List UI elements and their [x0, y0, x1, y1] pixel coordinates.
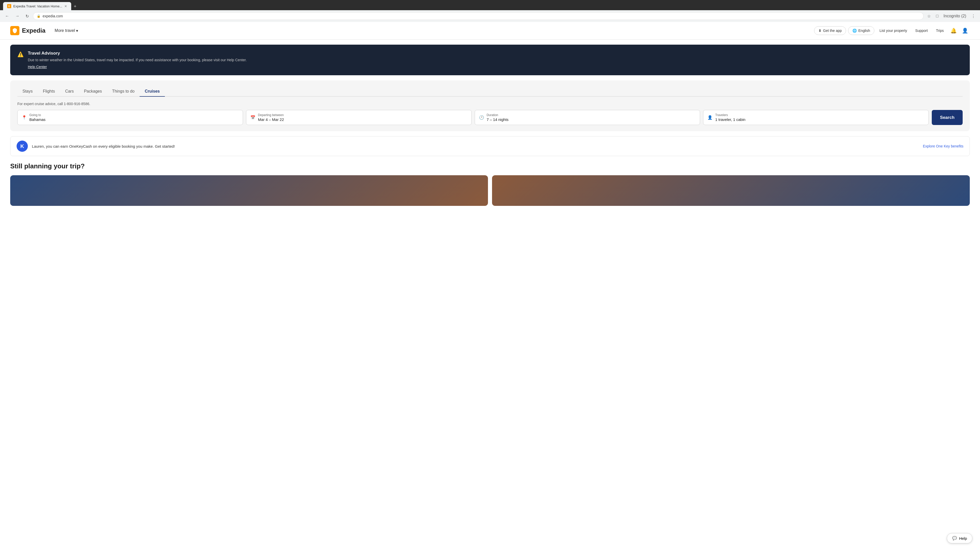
menu-button[interactable]: ⋮ — [970, 13, 977, 20]
travelers-value: 1 traveler, 1 cabin — [715, 118, 924, 122]
page-content: Expedia More travel ▾ ⬇ Get the app 🌐 En… — [0, 22, 980, 206]
list-property-button[interactable]: List your property — [877, 27, 910, 35]
travel-advisory-banner: ⚠️ Travel Advisory Due to winter weather… — [10, 44, 970, 75]
departing-label: Departing between — [258, 113, 467, 117]
get-app-label: Get the app — [823, 29, 842, 33]
browser-toolbar: ← → ↻ 🔒 expedia.com ☆ □ Incognito (2) ⋮ — [0, 10, 980, 22]
destination-card-1[interactable] — [10, 175, 488, 206]
more-travel-label: More travel — [55, 28, 75, 33]
duration-value: 7 – 14 nights — [487, 118, 696, 122]
tab-title: Expedia Travel: Vacation Home... — [13, 4, 62, 8]
location-pin-icon: 📍 — [22, 115, 27, 120]
toolbar-actions: ☆ □ Incognito (2) ⋮ — [926, 13, 977, 20]
person-icon: 👤 — [708, 115, 713, 120]
warning-icon: ⚠️ — [18, 51, 24, 57]
address-bar[interactable]: 🔒 expedia.com — [33, 12, 924, 20]
still-planning-title: Still planning your trip? — [10, 162, 970, 170]
incognito-button[interactable]: Incognito (2) — [942, 13, 968, 19]
tab-cruises[interactable]: Cruises — [140, 86, 165, 96]
advisory-text: Due to winter weather in the United Stat… — [28, 57, 963, 63]
trips-button[interactable]: Trips — [933, 27, 947, 35]
new-tab-button[interactable]: + — [72, 3, 79, 10]
travelers-content: Travelers 1 traveler, 1 cabin — [715, 113, 924, 122]
tab-stays[interactable]: Stays — [18, 86, 38, 96]
search-fields: 📍 Going to Bahamas 📅 Departing between M… — [18, 110, 963, 125]
tab-cars[interactable]: Cars — [60, 86, 79, 96]
user-avatar: K — [17, 141, 28, 152]
going-to-content: Going to Bahamas — [29, 113, 239, 122]
logo-link[interactable]: Expedia — [10, 26, 45, 35]
active-tab[interactable]: E Expedia Travel: Vacation Home... ✕ — [3, 2, 71, 10]
support-label: Support — [915, 29, 928, 33]
language-label: English — [858, 29, 870, 33]
url-text: expedia.com — [43, 14, 920, 18]
logo-text: Expedia — [22, 27, 45, 34]
advisory-title: Travel Advisory — [28, 51, 963, 56]
browser-chrome: E Expedia Travel: Vacation Home... ✕ + — [0, 0, 980, 10]
user-account-icon[interactable]: 👤 — [960, 26, 970, 35]
destination-cards — [10, 175, 970, 206]
extensions-icon[interactable]: □ — [934, 13, 940, 19]
back-button[interactable]: ← — [3, 13, 11, 19]
tab-flights[interactable]: Flights — [38, 86, 60, 96]
site-header: Expedia More travel ▾ ⬇ Get the app 🌐 En… — [0, 22, 980, 40]
search-tabs: Stays Flights Cars Packages Things to do… — [18, 86, 963, 97]
logo-icon — [10, 26, 19, 35]
browser-tabs: E Expedia Travel: Vacation Home... ✕ + — [3, 2, 977, 10]
more-travel-button[interactable]: More travel ▾ — [52, 26, 81, 35]
lock-icon: 🔒 — [37, 14, 41, 18]
still-planning-section: Still planning your trip? — [10, 162, 970, 206]
trips-label: Trips — [936, 29, 944, 33]
notification-bell-icon[interactable]: 🔔 — [949, 26, 958, 35]
going-to-value: Bahamas — [29, 118, 239, 122]
departing-content: Departing between Mar 4 – Mar 22 — [258, 113, 467, 122]
clock-icon: 🕐 — [479, 115, 484, 120]
destination-card-2[interactable] — [492, 175, 970, 206]
tab-things-to-do[interactable]: Things to do — [107, 86, 140, 96]
travelers-field[interactable]: 👤 Travelers 1 traveler, 1 cabin — [703, 110, 929, 125]
incognito-label: Incognito (2) — [943, 14, 966, 18]
globe-icon: 🌐 — [853, 29, 857, 33]
going-to-label: Going to — [29, 113, 239, 117]
forward-button[interactable]: → — [13, 13, 21, 19]
chevron-down-icon: ▾ — [76, 28, 78, 33]
going-to-field[interactable]: 📍 Going to Bahamas — [18, 110, 243, 125]
support-button[interactable]: Support — [912, 27, 931, 35]
duration-field[interactable]: 🕐 Duration 7 – 14 nights — [475, 110, 700, 125]
tab-favicon: E — [7, 4, 11, 8]
header-actions: ⬇ Get the app 🌐 English List your proper… — [814, 26, 970, 35]
duration-content: Duration 7 – 14 nights — [487, 113, 696, 122]
travelers-label: Travelers — [715, 113, 924, 117]
advisory-help-link[interactable]: Help Center — [28, 65, 47, 69]
onekey-message: Lauren, you can earn OneKeyCash on every… — [32, 144, 919, 148]
tab-close-icon[interactable]: ✕ — [64, 4, 67, 8]
calendar-icon: 📅 — [250, 115, 256, 120]
reload-button[interactable]: ↻ — [24, 13, 31, 20]
language-button[interactable]: 🌐 English — [848, 26, 874, 35]
cruise-advice-text: For expert cruise advice, call 1-800-916… — [18, 102, 963, 106]
duration-label: Duration — [487, 113, 696, 117]
download-icon: ⬇ — [818, 29, 821, 33]
advisory-content: Travel Advisory Due to winter weather in… — [28, 51, 963, 69]
departing-value: Mar 4 – Mar 22 — [258, 118, 467, 122]
search-container: Stays Flights Cars Packages Things to do… — [10, 80, 970, 131]
list-property-label: List your property — [880, 29, 907, 33]
search-button[interactable]: Search — [932, 110, 963, 125]
bookmark-icon[interactable]: ☆ — [926, 13, 932, 20]
tab-packages[interactable]: Packages — [79, 86, 107, 96]
get-app-button[interactable]: ⬇ Get the app — [814, 26, 846, 35]
onekey-banner: K Lauren, you can earn OneKeyCash on eve… — [10, 136, 970, 156]
departing-field[interactable]: 📅 Departing between Mar 4 – Mar 22 — [246, 110, 472, 125]
explore-onekey-link[interactable]: Explore One Key benefits — [923, 144, 963, 148]
